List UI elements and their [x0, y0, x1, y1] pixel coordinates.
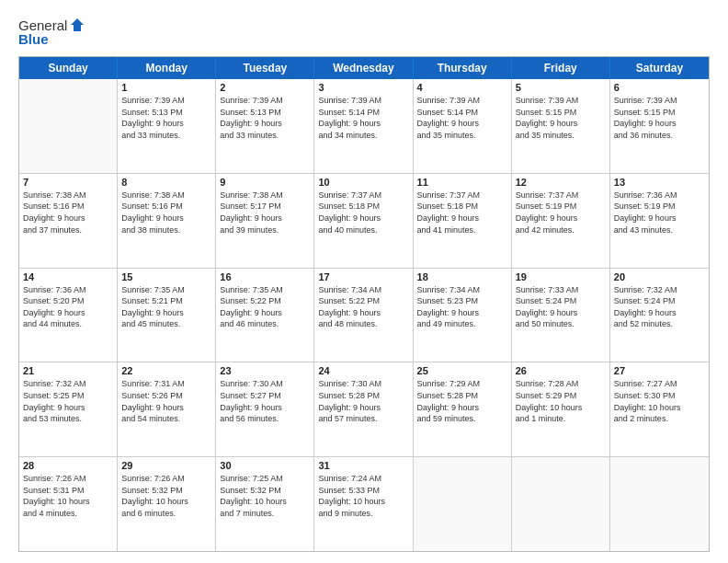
calendar-cell: 2Sunrise: 7:39 AMSunset: 5:13 PMDaylight… — [216, 79, 314, 173]
cell-info: Sunrise: 7:39 AMSunset: 5:15 PMDaylight:… — [516, 95, 606, 141]
header-cell-saturday: Saturday — [610, 57, 709, 79]
calendar-week-5: 28Sunrise: 7:26 AMSunset: 5:31 PMDayligh… — [19, 457, 709, 551]
cell-info: Sunrise: 7:30 AMSunset: 5:28 PMDaylight:… — [318, 378, 408, 424]
calendar-cell: 14Sunrise: 7:36 AMSunset: 5:20 PMDayligh… — [19, 269, 118, 362]
cell-info: Sunrise: 7:36 AMSunset: 5:20 PMDaylight:… — [23, 284, 113, 330]
calendar-cell — [610, 457, 709, 551]
cell-info: Sunrise: 7:31 AMSunset: 5:26 PMDaylight:… — [121, 378, 211, 424]
calendar-cell: 15Sunrise: 7:35 AMSunset: 5:21 PMDayligh… — [118, 269, 216, 362]
calendar-cell: 25Sunrise: 7:29 AMSunset: 5:28 PMDayligh… — [414, 362, 512, 456]
cell-info: Sunrise: 7:25 AMSunset: 5:32 PMDaylight:… — [220, 473, 310, 519]
day-number: 16 — [220, 271, 310, 282]
calendar-cell: 12Sunrise: 7:37 AMSunset: 5:19 PMDayligh… — [512, 174, 610, 268]
calendar-cell: 13Sunrise: 7:36 AMSunset: 5:19 PMDayligh… — [610, 174, 709, 268]
header-cell-friday: Friday — [512, 57, 610, 79]
header-cell-tuesday: Tuesday — [216, 57, 314, 79]
cell-info: Sunrise: 7:38 AMSunset: 5:17 PMDaylight:… — [220, 190, 310, 236]
calendar-cell: 10Sunrise: 7:37 AMSunset: 5:18 PMDayligh… — [314, 174, 413, 268]
calendar-cell: 7Sunrise: 7:38 AMSunset: 5:16 PMDaylight… — [19, 174, 118, 268]
day-number: 22 — [121, 365, 211, 376]
day-number: 6 — [614, 82, 705, 93]
header: General Blue — [18, 17, 710, 47]
day-number: 7 — [23, 177, 113, 188]
calendar-week-1: 1Sunrise: 7:39 AMSunset: 5:13 PMDaylight… — [19, 79, 709, 174]
calendar-cell: 31Sunrise: 7:24 AMSunset: 5:33 PMDayligh… — [314, 457, 413, 551]
day-number: 2 — [220, 82, 310, 93]
day-number: 24 — [318, 365, 408, 376]
cell-info: Sunrise: 7:28 AMSunset: 5:29 PMDaylight:… — [516, 378, 606, 424]
logo-icon — [69, 17, 85, 33]
cell-info: Sunrise: 7:32 AMSunset: 5:25 PMDaylight:… — [23, 378, 113, 424]
cell-info: Sunrise: 7:34 AMSunset: 5:22 PMDaylight:… — [318, 284, 408, 330]
cell-info: Sunrise: 7:30 AMSunset: 5:27 PMDaylight:… — [220, 378, 310, 424]
day-number: 5 — [516, 82, 606, 93]
header-cell-thursday: Thursday — [414, 57, 512, 79]
calendar-cell: 23Sunrise: 7:30 AMSunset: 5:27 PMDayligh… — [216, 362, 314, 456]
calendar-cell: 21Sunrise: 7:32 AMSunset: 5:25 PMDayligh… — [19, 362, 118, 456]
calendar-cell: 27Sunrise: 7:27 AMSunset: 5:30 PMDayligh… — [610, 362, 709, 456]
calendar-cell: 16Sunrise: 7:35 AMSunset: 5:22 PMDayligh… — [216, 269, 314, 362]
cell-info: Sunrise: 7:37 AMSunset: 5:18 PMDaylight:… — [318, 190, 408, 236]
calendar-cell: 4Sunrise: 7:39 AMSunset: 5:14 PMDaylight… — [414, 79, 512, 173]
day-number: 17 — [318, 271, 408, 282]
day-number: 21 — [23, 365, 113, 376]
logo: General Blue — [18, 17, 85, 47]
cell-info: Sunrise: 7:24 AMSunset: 5:33 PMDaylight:… — [318, 473, 408, 519]
cell-info: Sunrise: 7:39 AMSunset: 5:14 PMDaylight:… — [417, 95, 507, 141]
cell-info: Sunrise: 7:38 AMSunset: 5:16 PMDaylight:… — [23, 190, 113, 236]
cell-info: Sunrise: 7:34 AMSunset: 5:23 PMDaylight:… — [417, 284, 507, 330]
cell-info: Sunrise: 7:38 AMSunset: 5:16 PMDaylight:… — [121, 190, 211, 236]
cell-info: Sunrise: 7:26 AMSunset: 5:31 PMDaylight:… — [23, 473, 113, 519]
calendar-cell — [19, 79, 118, 173]
day-number: 12 — [516, 177, 606, 188]
calendar-cell: 26Sunrise: 7:28 AMSunset: 5:29 PMDayligh… — [512, 362, 610, 456]
day-number: 28 — [23, 460, 113, 471]
calendar-cell: 1Sunrise: 7:39 AMSunset: 5:13 PMDaylight… — [118, 79, 216, 173]
calendar-cell: 19Sunrise: 7:33 AMSunset: 5:24 PMDayligh… — [512, 269, 610, 362]
calendar-cell: 29Sunrise: 7:26 AMSunset: 5:32 PMDayligh… — [118, 457, 216, 551]
calendar-cell: 8Sunrise: 7:38 AMSunset: 5:16 PMDaylight… — [118, 174, 216, 268]
cell-info: Sunrise: 7:35 AMSunset: 5:22 PMDaylight:… — [220, 284, 310, 330]
day-number: 25 — [417, 365, 507, 376]
header-cell-monday: Monday — [118, 57, 216, 79]
cell-info: Sunrise: 7:27 AMSunset: 5:30 PMDaylight:… — [614, 378, 705, 424]
day-number: 9 — [220, 177, 310, 188]
calendar-cell: 24Sunrise: 7:30 AMSunset: 5:28 PMDayligh… — [314, 362, 413, 456]
calendar-week-2: 7Sunrise: 7:38 AMSunset: 5:16 PMDaylight… — [19, 174, 709, 269]
day-number: 1 — [121, 82, 211, 93]
cell-info: Sunrise: 7:39 AMSunset: 5:14 PMDaylight:… — [318, 95, 408, 141]
calendar-cell — [512, 457, 610, 551]
day-number: 3 — [318, 82, 408, 93]
page: General Blue SundayMondayTuesdayWednesda… — [0, 0, 728, 563]
calendar-cell: 17Sunrise: 7:34 AMSunset: 5:22 PMDayligh… — [314, 269, 413, 362]
cell-info: Sunrise: 7:37 AMSunset: 5:18 PMDaylight:… — [417, 190, 507, 236]
calendar: SundayMondayTuesdayWednesdayThursdayFrid… — [18, 56, 710, 552]
calendar-cell — [414, 457, 512, 551]
day-number: 26 — [516, 365, 606, 376]
cell-info: Sunrise: 7:29 AMSunset: 5:28 PMDaylight:… — [417, 378, 507, 424]
cell-info: Sunrise: 7:39 AMSunset: 5:15 PMDaylight:… — [614, 95, 705, 141]
calendar-cell: 18Sunrise: 7:34 AMSunset: 5:23 PMDayligh… — [414, 269, 512, 362]
day-number: 18 — [417, 271, 507, 282]
day-number: 23 — [220, 365, 310, 376]
day-number: 11 — [417, 177, 507, 188]
calendar-header: SundayMondayTuesdayWednesdayThursdayFrid… — [19, 57, 709, 79]
day-number: 13 — [614, 177, 705, 188]
day-number: 20 — [614, 271, 705, 282]
day-number: 30 — [220, 460, 310, 471]
cell-info: Sunrise: 7:36 AMSunset: 5:19 PMDaylight:… — [614, 190, 705, 236]
logo-general-text: General — [18, 17, 67, 33]
calendar-cell: 5Sunrise: 7:39 AMSunset: 5:15 PMDaylight… — [512, 79, 610, 173]
header-cell-sunday: Sunday — [19, 57, 118, 79]
header-cell-wednesday: Wednesday — [314, 57, 413, 79]
cell-info: Sunrise: 7:26 AMSunset: 5:32 PMDaylight:… — [121, 473, 211, 519]
day-number: 15 — [121, 271, 211, 282]
cell-info: Sunrise: 7:32 AMSunset: 5:24 PMDaylight:… — [614, 284, 705, 330]
cell-info: Sunrise: 7:39 AMSunset: 5:13 PMDaylight:… — [121, 95, 211, 141]
day-number: 14 — [23, 271, 113, 282]
calendar-cell: 3Sunrise: 7:39 AMSunset: 5:14 PMDaylight… — [314, 79, 413, 173]
calendar-cell: 28Sunrise: 7:26 AMSunset: 5:31 PMDayligh… — [19, 457, 118, 551]
calendar-cell: 6Sunrise: 7:39 AMSunset: 5:15 PMDaylight… — [610, 79, 709, 173]
calendar-cell: 30Sunrise: 7:25 AMSunset: 5:32 PMDayligh… — [216, 457, 314, 551]
day-number: 8 — [121, 177, 211, 188]
